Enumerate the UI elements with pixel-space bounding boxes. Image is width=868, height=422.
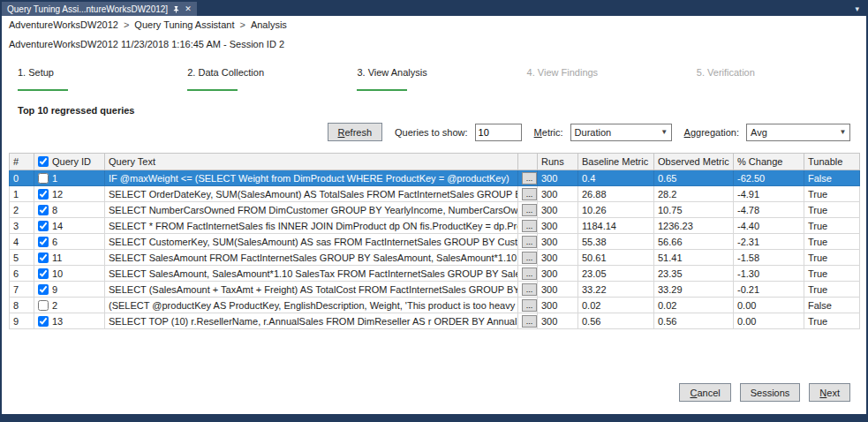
row-checkbox[interactable]	[38, 205, 49, 215]
step-setup: 1. Setup	[18, 67, 187, 91]
table-row[interactable]: 2 8 SELECT NumberCarsOwned FROM DimCusto…	[10, 202, 860, 218]
row-checkbox[interactable]	[38, 237, 49, 247]
baseline-metric-cell: 1184.14	[578, 218, 654, 234]
window-menu-caret-icon[interactable]: ▾	[848, 2, 866, 16]
row-checkbox[interactable]	[38, 189, 49, 200]
document-tab[interactable]: Query Tuning Assi...ntureWorksDW2012] ✕	[2, 2, 197, 16]
table-row[interactable]: 4 6 SELECT CustomerKey, SUM(SalesAmount)…	[10, 234, 860, 250]
tunable-cell: True	[804, 218, 860, 234]
col-header-query-id[interactable]: Query ID	[34, 154, 105, 170]
row-index-cell: 9	[10, 313, 34, 329]
col-header-query-text[interactable]: Query Text	[105, 154, 518, 170]
query-details-button[interactable]: ...	[522, 236, 537, 248]
query-text-cell: SELECT OrderDateKey, SUM(SalesAmount) AS…	[105, 186, 518, 202]
observed-metric-cell: 51.41	[654, 250, 734, 266]
ellipsis-cell: ...	[518, 202, 538, 218]
row-checkbox[interactable]	[38, 268, 49, 279]
page-title: Top 10 regressed queries	[2, 91, 866, 116]
chevron-down-icon: ▼	[836, 124, 849, 140]
col-header-tunable[interactable]: Tunable	[804, 154, 860, 170]
query-details-button[interactable]: ...	[522, 299, 537, 312]
runs-cell: 300	[538, 218, 578, 234]
aggregation-selected-value: Avg	[751, 127, 767, 138]
table-row[interactable]: 7 9 SELECT (SalesAmount + TaxAmt + Freig…	[10, 282, 860, 298]
next-button[interactable]: Next	[809, 383, 850, 402]
col-header-observed-metric[interactable]: Observed Metric	[654, 154, 734, 170]
col-header-pct-change[interactable]: % Change	[734, 154, 804, 170]
step-view-analysis: 3. View Analysis	[357, 67, 526, 91]
baseline-metric-cell: 23.05	[578, 266, 654, 282]
col-header-runs[interactable]: Runs	[538, 154, 578, 170]
query-details-button[interactable]: ...	[522, 172, 537, 185]
metric-select[interactable]: Duration ▼	[570, 124, 672, 141]
observed-metric-cell: 23.35	[654, 266, 734, 282]
runs-cell: 300	[538, 298, 578, 313]
queries-to-show-input[interactable]	[475, 124, 522, 141]
step-verification: 5. Verification	[697, 67, 866, 91]
observed-metric-cell: 33.29	[654, 282, 734, 298]
query-id-cell: 12	[34, 186, 105, 202]
row-checkbox[interactable]	[38, 252, 49, 263]
row-checkbox[interactable]	[38, 300, 49, 311]
chevron-down-icon: ▼	[658, 124, 671, 140]
table-row[interactable]: 5 11 SELECT SalesAmount FROM FactInterne…	[10, 250, 860, 266]
cancel-button[interactable]: Cancel	[679, 383, 730, 402]
observed-metric-cell: 0.65	[654, 170, 734, 186]
observed-metric-cell: 10.75	[654, 202, 734, 218]
aggregation-select[interactable]: Avg ▼	[746, 124, 850, 141]
refresh-button[interactable]: Refresh	[328, 123, 383, 141]
observed-metric-cell: 0.56	[654, 313, 734, 329]
tunable-cell: False	[804, 170, 860, 186]
query-details-button[interactable]: ...	[522, 204, 537, 216]
table-row[interactable]: 8 2 (SELECT @productKey AS ProductKey, E…	[10, 298, 860, 313]
query-details-button[interactable]: ...	[522, 315, 537, 328]
row-index-cell: 3	[10, 218, 34, 234]
row-checkbox[interactable]	[38, 173, 49, 184]
table-row[interactable]: 1 12 SELECT OrderDateKey, SUM(SalesAmoun…	[10, 186, 860, 202]
row-checkbox[interactable]	[38, 316, 49, 327]
query-text-cell: SELECT SalesAmount, SalesAmount*1.10 Sal…	[105, 266, 518, 282]
breadcrumb-separator: >	[239, 19, 245, 30]
select-all-checkbox[interactable]	[38, 156, 49, 167]
pin-icon[interactable]	[172, 5, 180, 13]
ellipsis-cell: ...	[518, 218, 538, 234]
query-details-button[interactable]: ...	[522, 283, 537, 296]
observed-metric-cell: 56.66	[654, 234, 734, 250]
row-checkbox[interactable]	[38, 284, 49, 295]
query-details-button[interactable]: ...	[522, 252, 537, 264]
pct-change-cell: -1.58	[734, 250, 804, 266]
query-details-button[interactable]: ...	[522, 188, 537, 200]
close-tab-icon[interactable]: ✕	[185, 5, 192, 13]
query-text-cell: SELECT (SalesAmount + TaxAmt + Freight) …	[105, 282, 518, 298]
baseline-metric-cell: 33.22	[578, 282, 654, 298]
table-row[interactable]: 9 13 SELECT TOP (10) r.ResellerName, r.A…	[10, 313, 860, 329]
baseline-metric-cell: 50.61	[578, 250, 654, 266]
tunable-cell: True	[804, 282, 860, 298]
col-header-index[interactable]: #	[10, 154, 34, 170]
breadcrumb-server[interactable]: AdventureWorksDW2012	[9, 19, 118, 30]
tunable-cell: True	[804, 266, 860, 282]
col-header-baseline-metric[interactable]: Baseline Metric	[578, 154, 654, 170]
breadcrumb: AdventureWorksDW2012 > Query Tuning Assi…	[2, 16, 866, 32]
query-id-cell: 11	[34, 250, 105, 266]
query-details-button[interactable]: ...	[522, 220, 537, 232]
tunable-cell: True	[804, 186, 860, 202]
breadcrumb-assistant[interactable]: Query Tuning Assistant	[134, 19, 234, 30]
table-row[interactable]: 6 10 SELECT SalesAmount, SalesAmount*1.1…	[10, 266, 860, 282]
ellipsis-cell: ...	[518, 313, 538, 329]
query-text-cell: SELECT * FROM FactInternetSales fis INNE…	[105, 218, 518, 234]
baseline-metric-cell: 55.38	[578, 234, 654, 250]
query-details-button[interactable]: ...	[522, 268, 537, 280]
pct-change-cell: -4.78	[734, 202, 804, 218]
pct-change-cell: -1.30	[734, 266, 804, 282]
row-checkbox[interactable]	[38, 221, 49, 231]
runs-cell: 300	[538, 313, 578, 329]
table-row[interactable]: 3 14 SELECT * FROM FactInternetSales fis…	[10, 218, 860, 234]
session-info: AdventureWorksDW2012 11/23/2018 1:16:45 …	[2, 32, 866, 49]
sessions-button[interactable]: Sessions	[740, 383, 801, 402]
ellipsis-cell: ...	[518, 298, 538, 313]
pct-change-cell: -62.50	[734, 170, 804, 186]
table-row[interactable]: 0 1 IF @maxWeight <= (SELECT Weight from…	[10, 170, 860, 186]
qta-window: Query Tuning Assi...ntureWorksDW2012] ✕ …	[0, 0, 868, 422]
query-text-cell: SELECT NumberCarsOwned FROM DimCustomer …	[105, 202, 518, 218]
